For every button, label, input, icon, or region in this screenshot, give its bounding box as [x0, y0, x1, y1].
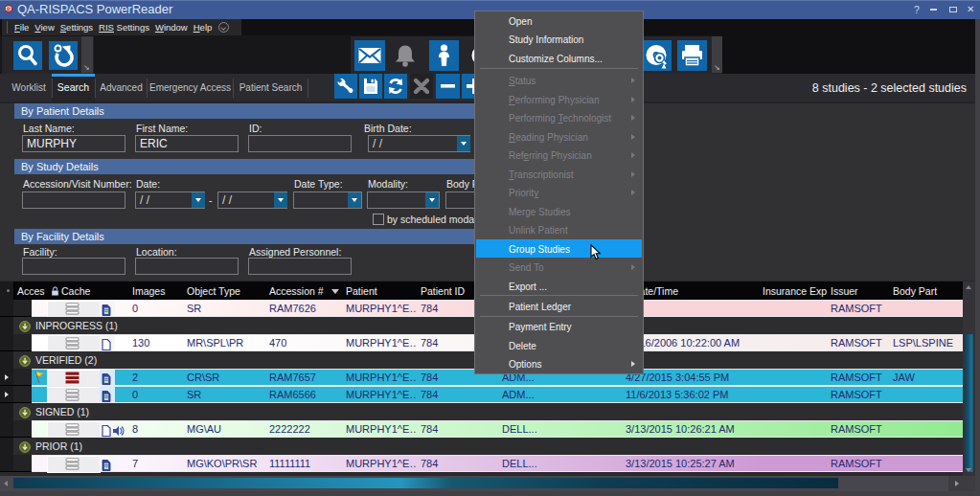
svg-text:PR: PR: [6, 7, 12, 11]
